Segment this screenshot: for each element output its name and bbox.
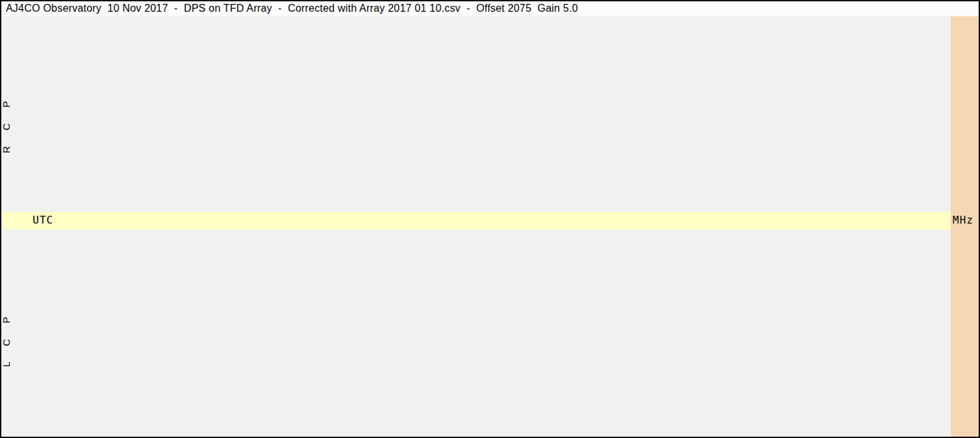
time-axis-strip — [3, 212, 951, 229]
utc-unit-label: UTC — [33, 214, 53, 227]
mhz-unit-label: MHz — [953, 214, 973, 227]
polarization-label-rcp: R C P — [1, 72, 11, 176]
spectrogram-lcp — [12, 229, 950, 424]
spectrogram-rcp — [12, 17, 950, 211]
title-bar: AJ4CO Observatory 10 Nov 2017 - DPS on T… — [1, 1, 979, 16]
polarization-label-lcp: L C P — [1, 287, 11, 391]
app-window: AJ4CO Observatory 10 Nov 2017 - DPS on T… — [0, 0, 980, 438]
page-title: AJ4CO Observatory 10 Nov 2017 - DPS on T… — [6, 3, 578, 14]
